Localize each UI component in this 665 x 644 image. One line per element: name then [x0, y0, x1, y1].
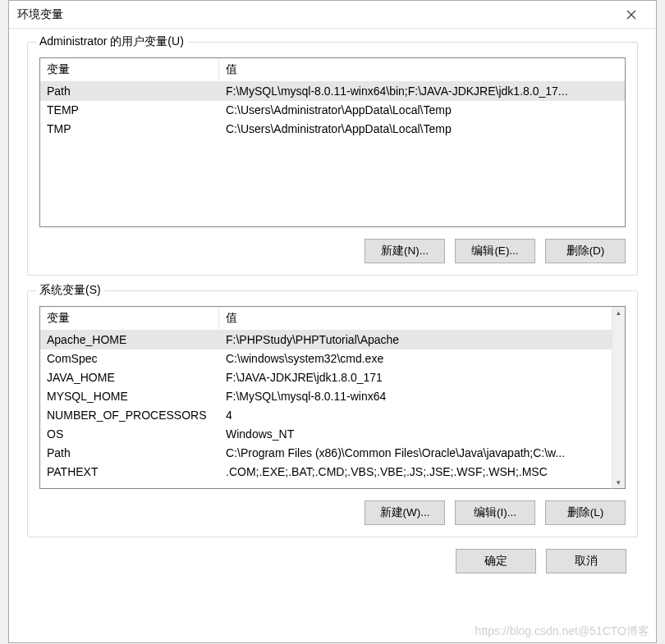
- user-vars-group: Administrator 的用户变量(U) 变量 值 PathF:\MySQL…: [27, 42, 638, 276]
- close-button[interactable]: [615, 1, 648, 28]
- column-header-value[interactable]: 值: [219, 58, 625, 81]
- cell-variable: OS: [40, 425, 219, 444]
- column-header-variable[interactable]: 变量: [40, 58, 219, 81]
- table-row[interactable]: JAVA_HOMEF:\JAVA-JDKJRE\jdk1.8.0_171: [40, 368, 612, 387]
- system-vars-buttons: 新建(W)... 编辑(I)... 删除(L): [39, 500, 626, 525]
- cell-variable: PATHEXT: [40, 463, 219, 482]
- user-delete-label: 删除(D): [566, 244, 605, 258]
- system-vars-scrollbar[interactable]: ▴ ▾: [612, 306, 626, 489]
- user-new-label: 新建(N)...: [381, 244, 429, 258]
- scroll-up-icon: ▴: [617, 307, 621, 318]
- cell-variable: Path: [40, 82, 219, 101]
- cell-variable: ComSpec: [40, 349, 219, 368]
- user-vars-body: PathF:\MySQL\mysql-8.0.11-winx64\bin;F:\…: [40, 82, 625, 226]
- system-vars-group: 系统变量(S) 变量 值 Apache_HOMEF:\PHPStudy\PHPT…: [27, 290, 638, 537]
- system-vars-header: 变量 值: [40, 307, 612, 331]
- cell-value: F:\JAVA-JDKJRE\jdk1.8.0_171: [219, 368, 612, 387]
- cell-value: .COM;.EXE;.BAT;.CMD;.VBS;.VBE;.JS;.JSE;.…: [219, 463, 612, 482]
- window-title: 环境变量: [17, 7, 615, 22]
- cell-variable: JAVA_HOME: [40, 368, 219, 387]
- ok-label: 确定: [484, 554, 507, 569]
- cell-value: F:\MySQL\mysql-8.0.11-winx64: [219, 387, 612, 406]
- system-edit-button[interactable]: 编辑(I)...: [455, 500, 535, 525]
- cancel-button[interactable]: 取消: [546, 549, 626, 573]
- user-edit-label: 编辑(E)...: [471, 244, 518, 258]
- system-vars-label: 系统变量(S): [36, 283, 104, 298]
- cell-value: C:\windows\system32\cmd.exe: [219, 349, 612, 368]
- column-header-value[interactable]: 值: [219, 307, 612, 330]
- cancel-label: 取消: [575, 554, 598, 569]
- cell-value: C:\Users\Administrator\AppData\Local\Tem…: [219, 101, 625, 120]
- user-delete-button[interactable]: 删除(D): [545, 239, 626, 263]
- cell-variable: NUMBER_OF_PROCESSORS: [40, 406, 219, 425]
- dialog-body: Administrator 的用户变量(U) 变量 值 PathF:\MySQL…: [9, 29, 656, 642]
- table-row[interactable]: PATHEXT.COM;.EXE;.BAT;.CMD;.VBS;.VBE;.JS…: [40, 463, 612, 482]
- watermark-text: https://blog.csdn.net@51CTO博客: [475, 624, 649, 639]
- table-row[interactable]: TMPC:\Users\Administrator\AppData\Local\…: [40, 120, 625, 139]
- user-vars-listview[interactable]: 变量 值 PathF:\MySQL\mysql-8.0.11-winx64\bi…: [39, 57, 626, 227]
- cell-value: C:\Program Files (x86)\Common Files\Orac…: [219, 444, 612, 463]
- user-edit-button[interactable]: 编辑(E)...: [455, 239, 535, 263]
- table-row[interactable]: PathF:\MySQL\mysql-8.0.11-winx64\bin;F:\…: [40, 82, 625, 101]
- table-row[interactable]: ComSpecC:\windows\system32\cmd.exe: [40, 349, 612, 368]
- cell-variable: Apache_HOME: [40, 331, 219, 349]
- table-row[interactable]: MYSQL_HOMEF:\MySQL\mysql-8.0.11-winx64: [40, 387, 612, 406]
- cell-value: Windows_NT: [219, 425, 612, 444]
- system-new-label: 新建(W)...: [380, 505, 430, 520]
- user-vars-label: Administrator 的用户变量(U): [36, 34, 187, 49]
- table-row[interactable]: Apache_HOMEF:\PHPStudy\PHPTutorial\Apach…: [40, 331, 612, 349]
- cell-value: C:\Users\Administrator\AppData\Local\Tem…: [219, 120, 625, 139]
- user-vars-header: 变量 值: [40, 58, 625, 82]
- system-delete-label: 删除(L): [567, 505, 604, 520]
- scroll-down-icon: ▾: [617, 477, 621, 488]
- cell-variable: MYSQL_HOME: [40, 387, 219, 406]
- table-row[interactable]: NUMBER_OF_PROCESSORS4: [40, 406, 612, 425]
- column-header-variable[interactable]: 变量: [40, 307, 219, 330]
- system-delete-button[interactable]: 删除(L): [545, 500, 626, 525]
- env-vars-dialog: 环境变量 Administrator 的用户变量(U) 变量 值 PathF:\…: [8, 0, 657, 643]
- table-row[interactable]: PathC:\Program Files (x86)\Common Files\…: [40, 444, 612, 463]
- dialog-footer-buttons: 确定 取消: [27, 549, 638, 573]
- ok-button[interactable]: 确定: [456, 549, 536, 573]
- close-icon: [626, 10, 636, 20]
- cell-value: F:\MySQL\mysql-8.0.11-winx64\bin;F:\JAVA…: [219, 82, 625, 101]
- user-vars-buttons: 新建(N)... 编辑(E)... 删除(D): [39, 239, 626, 263]
- cell-variable: TEMP: [40, 101, 219, 120]
- titlebar: 环境变量: [9, 1, 656, 29]
- table-row[interactable]: OSWindows_NT: [40, 425, 612, 444]
- system-vars-body: Apache_HOMEF:\PHPStudy\PHPTutorial\Apach…: [40, 331, 612, 488]
- cell-variable: TMP: [40, 120, 219, 139]
- table-row[interactable]: TEMPC:\Users\Administrator\AppData\Local…: [40, 101, 625, 120]
- user-new-button[interactable]: 新建(N)...: [365, 239, 445, 263]
- system-vars-listview[interactable]: 变量 值 Apache_HOMEF:\PHPStudy\PHPTutorial\…: [39, 306, 626, 489]
- system-edit-label: 编辑(I)...: [474, 505, 516, 520]
- cell-value: F:\PHPStudy\PHPTutorial\Apache: [219, 331, 612, 349]
- cell-variable: Path: [40, 444, 219, 463]
- cell-value: 4: [219, 406, 612, 425]
- system-new-button[interactable]: 新建(W)...: [365, 500, 445, 525]
